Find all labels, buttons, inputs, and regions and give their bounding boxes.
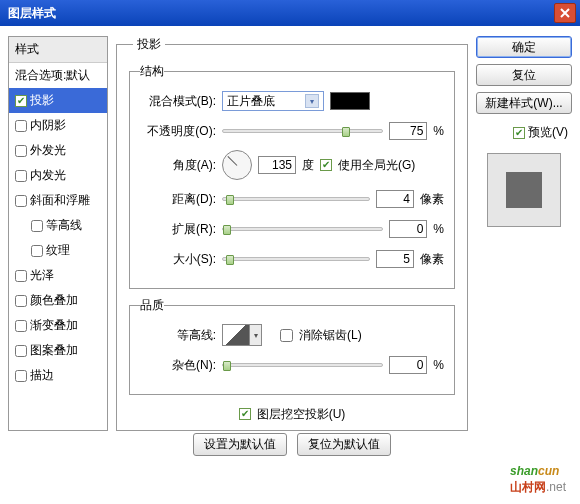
- opacity-unit: %: [433, 124, 444, 138]
- distance-input[interactable]: [376, 190, 414, 208]
- slider-thumb[interactable]: [226, 255, 234, 265]
- blend-mode-value: 正片叠底: [227, 93, 275, 110]
- reset-default-button[interactable]: 复位为默认值: [297, 433, 391, 456]
- watermark-sub: 山村网.net: [510, 479, 566, 496]
- distance-row: 距离(D): 像素: [140, 188, 444, 210]
- list-item-drop-shadow[interactable]: ✔ 投影: [9, 88, 107, 113]
- noise-row: 杂色(N): %: [140, 354, 444, 376]
- angle-input[interactable]: [258, 156, 296, 174]
- checkbox[interactable]: [15, 345, 27, 357]
- checkbox[interactable]: [15, 320, 27, 332]
- list-item-label: 外发光: [30, 142, 66, 159]
- list-item-label: 光泽: [30, 267, 54, 284]
- checkbox-icon[interactable]: ✔: [15, 95, 27, 107]
- list-item-stroke[interactable]: 描边: [9, 363, 107, 388]
- chevron-down-icon: ▾: [305, 94, 319, 108]
- distance-slider[interactable]: [222, 197, 370, 201]
- global-light-checkbox[interactable]: ✔: [320, 159, 332, 171]
- list-item-blend-options[interactable]: 混合选项:默认: [9, 63, 107, 88]
- checkbox[interactable]: [15, 270, 27, 282]
- blend-mode-select[interactable]: 正片叠底 ▾: [222, 91, 324, 111]
- list-item-label: 内阴影: [30, 117, 66, 134]
- slider-thumb[interactable]: [223, 225, 231, 235]
- opacity-input[interactable]: [389, 122, 427, 140]
- checkbox[interactable]: [31, 245, 43, 257]
- size-slider[interactable]: [222, 257, 370, 261]
- size-input[interactable]: [376, 250, 414, 268]
- list-item-inner-glow[interactable]: 内发光: [9, 163, 107, 188]
- opacity-row: 不透明度(O): %: [140, 120, 444, 142]
- checkbox[interactable]: [15, 170, 27, 182]
- antialias-checkbox[interactable]: [280, 329, 293, 342]
- reset-button[interactable]: 复位: [476, 64, 572, 86]
- distance-label: 距离(D):: [140, 191, 216, 208]
- content-area: 样式 混合选项:默认 ✔ 投影 内阴影 外发光 内发光 斜面和: [0, 26, 580, 504]
- size-label: 大小(S):: [140, 251, 216, 268]
- color-swatch[interactable]: [330, 92, 370, 110]
- opacity-slider[interactable]: [222, 129, 383, 133]
- list-item-label: 描边: [30, 367, 54, 384]
- list-item-satin[interactable]: 光泽: [9, 263, 107, 288]
- checkbox[interactable]: [15, 370, 27, 382]
- checkbox[interactable]: [15, 295, 27, 307]
- checkbox[interactable]: [31, 220, 43, 232]
- preview-toggle[interactable]: ✔ 预览(V): [476, 124, 568, 141]
- chevron-down-icon[interactable]: ▾: [250, 324, 262, 346]
- angle-indicator: [227, 156, 237, 166]
- effect-panel: 投影 结构 混合模式(B): 正片叠底 ▾ 不透明度(O): %: [116, 36, 468, 431]
- spread-unit: %: [433, 222, 444, 236]
- spread-row: 扩展(R): %: [140, 218, 444, 240]
- contour-picker[interactable]: ▾: [222, 324, 262, 346]
- style-list-header[interactable]: 样式: [9, 37, 107, 63]
- knockout-label: 图层挖空投影(U): [257, 406, 346, 423]
- list-item-gradient-overlay[interactable]: 渐变叠加: [9, 313, 107, 338]
- preview-label: 预览(V): [528, 124, 568, 141]
- watermark-text-b: cun: [538, 464, 559, 478]
- noise-input[interactable]: [389, 356, 427, 374]
- ok-button[interactable]: 确定: [476, 36, 572, 58]
- size-unit: 像素: [420, 251, 444, 268]
- titlebar: 图层样式: [0, 0, 580, 26]
- list-item-label: 渐变叠加: [30, 317, 78, 334]
- structure-title: 结构: [140, 63, 164, 80]
- list-item-contour[interactable]: 等高线: [9, 213, 107, 238]
- spread-slider[interactable]: [222, 227, 383, 231]
- watermark: shancun 山村网.net: [510, 461, 566, 496]
- angle-dial[interactable]: [222, 150, 252, 180]
- noise-slider[interactable]: [222, 363, 383, 367]
- distance-unit: 像素: [420, 191, 444, 208]
- list-item-color-overlay[interactable]: 颜色叠加: [9, 288, 107, 313]
- checkbox[interactable]: [15, 120, 27, 132]
- preview-checkbox[interactable]: ✔: [513, 127, 525, 139]
- structure-group: 结构 混合模式(B): 正片叠底 ▾ 不透明度(O): % 角度(: [129, 63, 455, 289]
- slider-thumb[interactable]: [223, 361, 231, 371]
- close-icon: [560, 8, 570, 18]
- effect-panel-title: 投影: [133, 36, 165, 53]
- list-item-label: 颜色叠加: [30, 292, 78, 309]
- right-panel: 确定 复位 新建样式(W)... ✔ 预览(V): [476, 36, 572, 494]
- noise-label: 杂色(N):: [140, 357, 216, 374]
- list-item-label: 纹理: [46, 242, 70, 259]
- spread-label: 扩展(R):: [140, 221, 216, 238]
- list-item-inner-shadow[interactable]: 内阴影: [9, 113, 107, 138]
- checkbox[interactable]: [15, 195, 27, 207]
- list-item-texture[interactable]: 纹理: [9, 238, 107, 263]
- size-row: 大小(S): 像素: [140, 248, 444, 270]
- new-style-button[interactable]: 新建样式(W)...: [476, 92, 572, 114]
- list-item-pattern-overlay[interactable]: 图案叠加: [9, 338, 107, 363]
- list-item-label: 投影: [30, 92, 54, 109]
- list-item-outer-glow[interactable]: 外发光: [9, 138, 107, 163]
- slider-thumb[interactable]: [226, 195, 234, 205]
- set-default-button[interactable]: 设置为默认值: [193, 433, 287, 456]
- angle-unit: 度: [302, 157, 314, 174]
- global-light-label: 使用全局光(G): [338, 157, 415, 174]
- close-button[interactable]: [554, 3, 576, 23]
- spread-input[interactable]: [389, 220, 427, 238]
- opacity-label: 不透明度(O):: [140, 123, 216, 140]
- preview-box: [487, 153, 561, 227]
- slider-thumb[interactable]: [342, 127, 350, 137]
- checkbox[interactable]: [15, 145, 27, 157]
- knockout-row: ✔ 图层挖空投影(U): [129, 403, 455, 425]
- list-item-bevel[interactable]: 斜面和浮雕: [9, 188, 107, 213]
- knockout-checkbox[interactable]: ✔: [239, 408, 251, 420]
